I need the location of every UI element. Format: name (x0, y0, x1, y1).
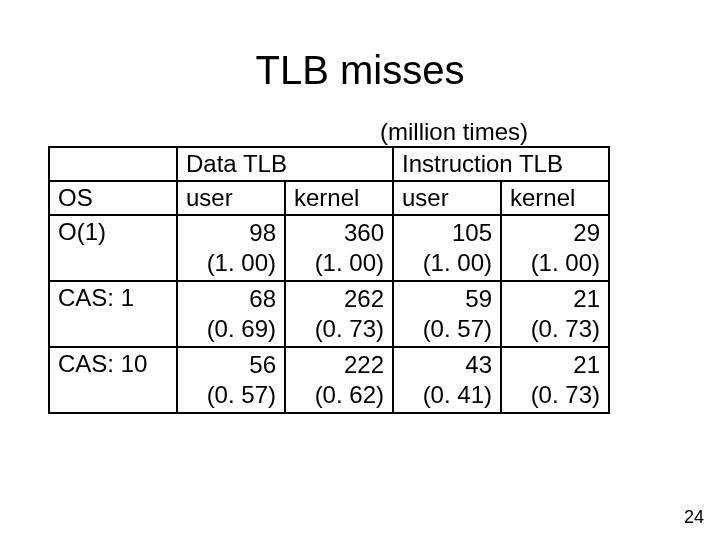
cell-instr-kernel: 21 (0. 73) (501, 281, 609, 347)
table-row: O(1) 98 (1. 00) 360 (1. 00) 105 (1. 00) … (49, 215, 609, 281)
value: 29 (573, 219, 600, 246)
ratio: (0. 69) (207, 315, 276, 342)
value: 59 (465, 285, 492, 312)
table-row: CAS: 10 56 (0. 57) 222 (0. 62) 43 (0. 41… (49, 347, 609, 413)
cell-data-kernel: 360 (1. 00) (285, 215, 393, 281)
value: 105 (452, 219, 492, 246)
col-header-data-user: user (177, 181, 285, 215)
value: 222 (344, 351, 384, 378)
col-header-data-kernel: kernel (285, 181, 393, 215)
value: 262 (344, 285, 384, 312)
value: 21 (573, 351, 600, 378)
cell-os: O(1) (49, 215, 177, 281)
cell-instr-user: 59 (0. 57) (393, 281, 501, 347)
value: 98 (249, 219, 276, 246)
cell-instr-kernel: 29 (1. 00) (501, 215, 609, 281)
group-header-data-tlb: Data TLB (177, 147, 393, 181)
ratio: (0. 62) (315, 381, 384, 408)
slide: TLB misses (million times) Data TLB Inst… (0, 0, 720, 540)
ratio: (1. 00) (207, 249, 276, 276)
cell-data-user: 68 (0. 69) (177, 281, 285, 347)
value: 21 (573, 285, 600, 312)
units-label: (million times) (380, 118, 528, 146)
cell-instr-user: 105 (1. 00) (393, 215, 501, 281)
cell-data-kernel: 222 (0. 62) (285, 347, 393, 413)
tlb-table: Data TLB Instruction TLB OS user kernel … (48, 146, 610, 414)
ratio: (0. 57) (423, 315, 492, 342)
cell-data-kernel: 262 (0. 73) (285, 281, 393, 347)
cell-instr-kernel: 21 (0. 73) (501, 347, 609, 413)
value: 56 (249, 351, 276, 378)
cell-os: CAS: 10 (49, 347, 177, 413)
col-header-instr-user: user (393, 181, 501, 215)
ratio: (1. 00) (531, 249, 600, 276)
table-row: CAS: 1 68 (0. 69) 262 (0. 73) 59 (0. 57)… (49, 281, 609, 347)
cell-instr-user: 43 (0. 41) (393, 347, 501, 413)
slide-title: TLB misses (0, 48, 720, 93)
table-column-header-row: OS user kernel user kernel (49, 181, 609, 215)
value: 68 (249, 285, 276, 312)
cell-data-user: 98 (1. 00) (177, 215, 285, 281)
cell-data-user: 56 (0. 57) (177, 347, 285, 413)
ratio: (0. 41) (423, 381, 492, 408)
ratio: (0. 57) (207, 381, 276, 408)
col-header-os: OS (49, 181, 177, 215)
value: 43 (465, 351, 492, 378)
ratio: (0. 73) (315, 315, 384, 342)
group-header-blank (49, 147, 177, 181)
table-group-header-row: Data TLB Instruction TLB (49, 147, 609, 181)
cell-os: CAS: 1 (49, 281, 177, 347)
ratio: (0. 73) (531, 315, 600, 342)
ratio: (1. 00) (315, 249, 384, 276)
ratio: (1. 00) (423, 249, 492, 276)
value: 360 (344, 219, 384, 246)
group-header-instruction-tlb: Instruction TLB (393, 147, 609, 181)
page-number: 24 (684, 507, 704, 528)
col-header-instr-kernel: kernel (501, 181, 609, 215)
ratio: (0. 73) (531, 381, 600, 408)
